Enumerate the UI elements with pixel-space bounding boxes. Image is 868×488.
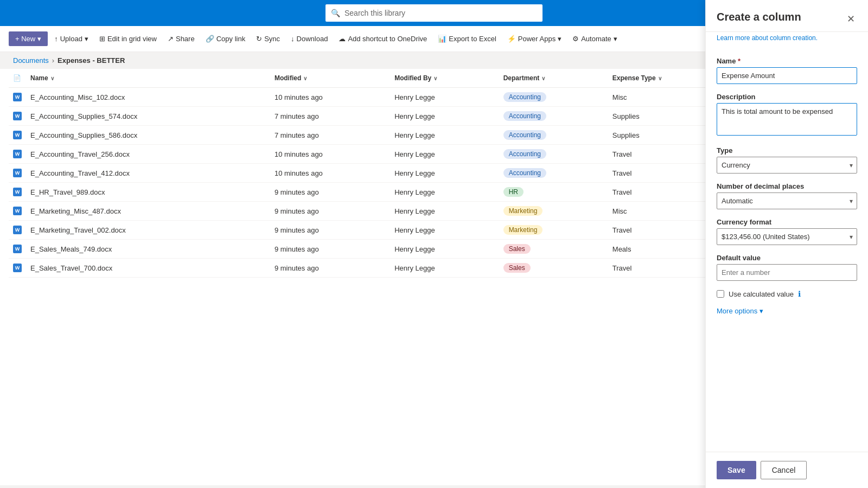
modified-by-cell: Henry Legge (390, 202, 499, 221)
file-name-cell: E_Sales_Travel_700.docx (26, 259, 270, 278)
modified-by-cell: Henry Legge (390, 221, 499, 240)
modified-by-cell: Henry Legge (390, 240, 499, 259)
power-apps-icon: ⚡ (507, 35, 516, 43)
word-icon: W (13, 207, 22, 215)
decimal-places-select[interactable]: Automatic012345 (717, 192, 857, 209)
col-header-name[interactable]: Name ∨ (26, 69, 270, 88)
excel-icon: 📊 (438, 35, 446, 43)
breadcrumb-parent[interactable]: Documents (13, 56, 49, 65)
department-badge: Accounting (503, 130, 546, 140)
new-button-label: + New (15, 35, 35, 43)
cancel-button[interactable]: Cancel (761, 461, 807, 479)
info-icon[interactable]: ℹ (798, 290, 801, 298)
type-select[interactable]: CurrencySingle line of textMultiple line… (717, 157, 857, 174)
file-name-cell: E_Accounting_Supplies_586.docx (26, 126, 270, 145)
chevron-down-icon: ▾ (558, 35, 561, 43)
panel-body: Name Description This is total amount to… (706, 48, 868, 452)
file-name-cell: E_Accounting_Misc_102.docx (26, 88, 270, 107)
department-badge: Accounting (503, 92, 546, 102)
more-options-button[interactable]: More options ▾ (717, 307, 763, 315)
file-type-cell: W (9, 164, 26, 183)
col-header-modified[interactable]: Modified ∨ (270, 69, 390, 88)
automate-icon: ⚙ (572, 35, 579, 43)
department-cell: Accounting (499, 107, 608, 126)
file-type-cell: W (9, 88, 26, 107)
description-input[interactable]: This is total amount to be expensed (717, 103, 857, 136)
type-label: Type (717, 146, 857, 155)
modified-cell: 10 minutes ago (270, 88, 390, 107)
power-apps-button[interactable]: ⚡ Power Apps ▾ (503, 31, 566, 46)
decimal-places-group: Number of decimal places Automatic012345… (717, 182, 857, 209)
file-name-cell: E_Marketing_Misc_487.docx (26, 202, 270, 221)
file-name-cell: E_Sales_Meals_749.docx (26, 240, 270, 259)
use-calculated-checkbox[interactable] (717, 290, 724, 298)
file-name: E_Marketing_Misc_487.docx (30, 207, 121, 215)
close-button[interactable]: ✕ (845, 11, 857, 27)
modified-by-cell: Henry Legge (390, 164, 499, 183)
file-name: E_Sales_Meals_749.docx (30, 245, 112, 253)
new-button[interactable]: + New ▾ (9, 31, 48, 46)
modified-cell: 9 minutes ago (270, 221, 390, 240)
search-bar[interactable]: 🔍 Search this library (326, 4, 542, 22)
department-cell: Accounting (499, 145, 608, 164)
use-calculated-label[interactable]: Use calculated value (729, 290, 794, 298)
modified-by-cell: Henry Legge (390, 259, 499, 278)
panel-header: Create a column ✕ (706, 0, 868, 32)
upload-button[interactable]: ↑ Upload ▾ (50, 31, 93, 46)
file-type-cell: W (9, 221, 26, 240)
file-name: E_HR_Travel_989.docx (30, 188, 105, 196)
modified-cell: 9 minutes ago (270, 202, 390, 221)
more-options-label: More options (717, 307, 757, 315)
department-badge: Accounting (503, 168, 546, 178)
word-icon: W (13, 188, 22, 196)
col-header-department[interactable]: Department ∨ (499, 69, 608, 88)
save-button[interactable]: Save (717, 461, 756, 479)
learn-more-link[interactable]: Learn more about column creation. (706, 34, 868, 48)
col-header-modified-by[interactable]: Modified By ∨ (390, 69, 499, 88)
automate-button[interactable]: ⚙ Automate ▾ (568, 31, 622, 46)
default-value-input[interactable] (717, 264, 857, 281)
calculated-value-group: Use calculated value ℹ (717, 290, 857, 298)
link-icon: 🔗 (206, 35, 214, 43)
sort-icon: ∨ (303, 75, 307, 81)
file-name-cell: E_HR_Travel_989.docx (26, 183, 270, 202)
department-badge: Accounting (503, 111, 546, 121)
department-cell: Accounting (499, 126, 608, 145)
word-icon: W (13, 264, 22, 272)
department-cell: Marketing (499, 202, 608, 221)
file-type-cell: W (9, 183, 26, 202)
department-badge: Marketing (503, 206, 543, 216)
modified-by-cell: Henry Legge (390, 126, 499, 145)
modified-cell: 9 minutes ago (270, 183, 390, 202)
copy-link-button[interactable]: 🔗 Copy link (201, 31, 250, 46)
name-field-group: Name (717, 57, 857, 84)
word-icon: W (13, 150, 22, 158)
file-type-cell: W (9, 202, 26, 221)
department-cell: Marketing (499, 221, 608, 240)
file-type-cell: W (9, 107, 26, 126)
file-name: E_Accounting_Travel_412.docx (30, 169, 130, 177)
file-name: E_Accounting_Supplies_586.docx (30, 131, 137, 139)
download-button[interactable]: ↓ Download (286, 31, 332, 46)
description-field-group: Description This is total amount to be e… (717, 93, 857, 138)
name-input[interactable] (717, 67, 857, 84)
department-badge: Sales (503, 244, 531, 254)
sync-button[interactable]: ↻ Sync (252, 31, 284, 46)
grid-icon: ⊞ (99, 35, 105, 43)
edit-grid-button[interactable]: ⊞ Edit in grid view (95, 31, 161, 46)
file-name: E_Accounting_Misc_102.docx (30, 93, 125, 101)
panel-footer: Save Cancel (706, 452, 868, 488)
modified-cell: 9 minutes ago (270, 259, 390, 278)
currency-format-select[interactable]: $123,456.00 (United States) (717, 228, 857, 245)
export-excel-button[interactable]: 📊 Export to Excel (433, 31, 500, 46)
add-shortcut-button[interactable]: ☁ Add shortcut to OneDrive (334, 31, 431, 46)
share-button[interactable]: ↗ Share (163, 31, 199, 46)
file-type-cell: W (9, 145, 26, 164)
chevron-down-icon: ▾ (760, 307, 763, 315)
modified-by-cell: Henry Legge (390, 88, 499, 107)
search-placeholder: Search this library (344, 9, 405, 17)
modified-cell: 10 minutes ago (270, 164, 390, 183)
type-select-wrapper: CurrencySingle line of textMultiple line… (717, 157, 857, 174)
file-type-cell: W (9, 126, 26, 145)
department-badge: Marketing (503, 225, 543, 235)
